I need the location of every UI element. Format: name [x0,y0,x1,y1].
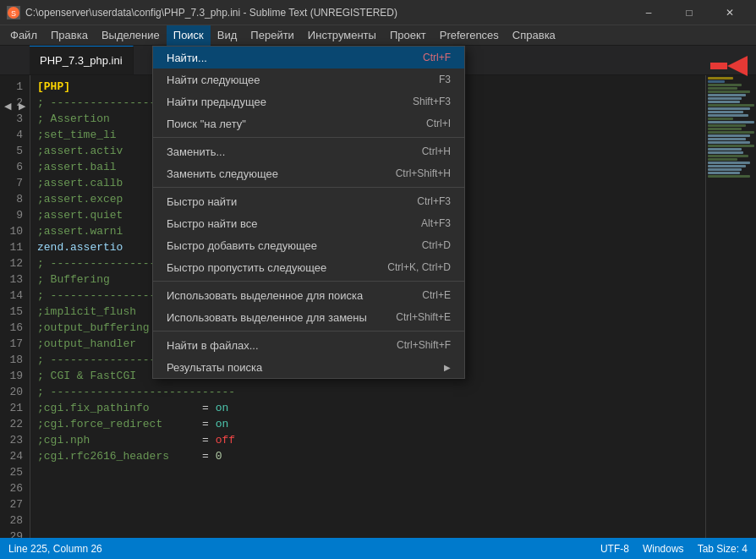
menu-quick-find-shortcut: Ctrl+F3 [417,195,451,207]
red-arrow-indicator [710,56,748,76]
menu-quick-find-all-shortcut: Alt+F3 [421,217,451,229]
menu-find-label: Найти... [167,52,423,64]
menu-use-selection-replace-shortcut: Ctrl+Shift+E [396,311,451,323]
separator-2 [153,187,464,188]
separator-1 [153,137,464,138]
menu-replace-next-label: Заменить следующее [167,167,396,180]
menu-quick-add-next-shortcut: Ctrl+D [422,239,451,251]
separator-3 [153,281,464,282]
arrow-body [710,63,727,69]
menu-quick-skip-next-shortcut: Ctrl+K, Ctrl+D [387,261,451,273]
search-dropdown: Найти... Ctrl+F Найти следующее F3 Найти… [152,46,465,379]
menu-find-next[interactable]: Найти следующее F3 [153,69,464,90]
menu-quick-find-all[interactable]: Быстро найти все Alt+F3 [153,212,464,234]
menu-find[interactable]: Найти... Ctrl+F [153,47,464,69]
menu-find-live[interactable]: Поиск "на лету" Ctrl+I [153,112,464,134]
menu-find-next-shortcut: F3 [439,74,451,85]
menu-find-prev[interactable]: Найти предыдущее Shift+F3 [153,90,464,112]
menu-find-in-files-shortcut: Ctrl+Shift+F [397,339,451,351]
menu-find-next-label: Найти следующее [167,74,439,86]
arrow-head [727,56,748,76]
menu-find-prev-label: Найти предыдущее [167,96,413,108]
submenu-arrow: ▶ [444,363,451,372]
menu-find-prev-shortcut: Shift+F3 [413,96,451,107]
menu-find-live-shortcut: Ctrl+I [426,118,451,129]
menu-quick-add-next-label: Быстро добавить следующее [167,239,422,252]
menu-quick-add-next[interactable]: Быстро добавить следующее Ctrl+D [153,234,464,256]
menu-find-shortcut: Ctrl+F [423,52,451,63]
menu-quick-find-all-label: Быстро найти все [167,217,421,230]
menu-overlay[interactable]: Найти... Ctrl+F Найти следующее F3 Найти… [0,0,756,559]
menu-use-selection-find-shortcut: Ctrl+E [422,289,451,301]
menu-use-selection-find-label: Использовать выделенное для поиска [167,289,422,302]
menu-use-selection-replace-label: Использовать выделенное для замены [167,311,396,324]
menu-replace-label: Заменить... [167,145,422,158]
menu-quick-skip-next[interactable]: Быстро пропустить следующее Ctrl+K, Ctrl… [153,256,464,278]
menu-search-results-label: Результаты поиска [167,361,444,374]
menu-quick-find-label: Быстро найти [167,195,417,208]
menu-find-live-label: Поиск "на лету" [167,118,426,130]
menu-quick-skip-next-label: Быстро пропустить следующее [167,261,387,274]
menu-replace[interactable]: Заменить... Ctrl+H [153,140,464,162]
menu-replace-next[interactable]: Заменить следующее Ctrl+Shift+H [153,162,464,184]
menu-use-selection-replace[interactable]: Использовать выделенное для замены Ctrl+… [153,306,464,328]
menu-use-selection-find[interactable]: Использовать выделенное для поиска Ctrl+… [153,284,464,306]
menu-find-in-files-label: Найти в файлах... [167,339,397,352]
menu-replace-shortcut: Ctrl+H [422,145,451,157]
menu-search-results[interactable]: Результаты поиска ▶ [153,356,464,378]
menu-quick-find[interactable]: Быстро найти Ctrl+F3 [153,190,464,212]
menu-replace-next-shortcut: Ctrl+Shift+H [396,167,451,179]
separator-4 [153,331,464,332]
menu-find-in-files[interactable]: Найти в файлах... Ctrl+Shift+F [153,334,464,356]
